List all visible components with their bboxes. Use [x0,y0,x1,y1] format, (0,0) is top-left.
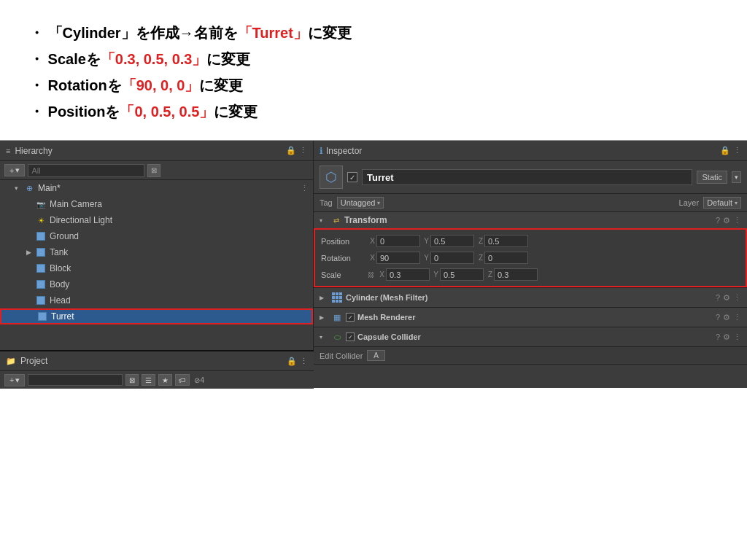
scale-x-label: X [377,271,384,279]
capsule-collider-settings-icon[interactable]: ⚙ [723,332,730,342]
project-tag-btn[interactable]: 🏷 [175,374,190,386]
mesh-renderer-arrow: ▶ [320,314,328,321]
project-lock-icon[interactable]: 🔒 [287,357,297,366]
mesh-renderer-checkbox[interactable]: ✓ [346,313,355,322]
static-dropdown-arrow[interactable]: ▾ [732,171,741,183]
edit-collider-button[interactable]: A [367,350,385,361]
hierarchy-search-clear-button[interactable]: ⊠ [147,164,160,177]
hierarchy-panel: ≡ Hierarchy 🔒 ⋮ + ▾ ⊠ [0,141,314,350]
position-x-input[interactable] [376,235,420,247]
mesh-renderer-name: Mesh Renderer [357,313,713,322]
edit-collider-label: Edit Collider [320,351,363,360]
project-header: 📁 Project 🔒 ⋮ [0,351,314,371]
inspector-tabs: ℹ Inspector [320,146,362,156]
transform-fields: Position X Y Z Rotation X [314,228,747,287]
position-xyz: X Y Z [368,235,740,247]
position-z-input[interactable] [484,235,528,247]
transform-header[interactable]: ▾ ⇄ Transform ? ⚙ ⋮ [314,212,747,228]
mesh-renderer-icon-box: ▦ [331,311,343,323]
scale-label: Scale [321,271,365,279]
down-arrow-icon: ▾ [15,376,20,385]
tree-item-head[interactable]: Head [0,292,313,308]
scale-y-input[interactable] [440,268,484,281]
mesh-renderer-help-icon[interactable]: ? [716,313,720,322]
capsule-collider-row[interactable]: ▾ ⬭ ✓ Capsule Collider ? ⚙ ⋮ [314,327,747,347]
hierarchy-title: Hierarchy [15,146,52,156]
mesh-renderer-row[interactable]: ▶ ▦ ✓ Mesh Renderer ? ⚙ ⋮ [314,308,747,327]
active-checkbox[interactable]: ✓ [347,172,357,182]
position-y-input[interactable] [430,235,474,247]
project-header-right: 🔒 ⋮ [287,357,308,366]
instruction-4: Positionを「0, 0.5, 0.5」に変更 [29,99,718,124]
transform-collapse-arrow: ▾ [320,217,328,224]
rotation-z-input[interactable] [484,252,528,264]
transform-settings-icon[interactable]: ⚙ [723,216,730,225]
capsule-collider-icon: ⬭ [334,332,341,342]
camera-icon: 📷 [35,198,47,210]
project-menu-icon[interactable]: ⋮ [300,357,308,366]
hierarchy-lock-icon[interactable]: 🔒 [286,146,296,155]
pos-z-label: Z [476,237,483,245]
hierarchy-search-input[interactable] [28,164,144,177]
project-star-btn[interactable]: ★ [158,374,172,386]
hierarchy-toolbar: + ▾ ⊠ [0,161,313,180]
inspector-menu-icon[interactable]: ⋮ [733,146,741,155]
plus-icon2: + [9,376,14,384]
tree-item-main-camera[interactable]: 📷 Main Camera [0,196,313,212]
main-object-icon: ⊕ [23,182,35,194]
rotation-xyz: X Y Z [368,252,740,264]
project-search-input[interactable] [28,374,123,386]
tag-value: Untagged [341,198,376,207]
mesh-renderer-settings-icon[interactable]: ⚙ [723,313,730,322]
tag-label: Tag [320,198,333,207]
tree-item-tank[interactable]: ▶ Tank [0,244,313,260]
block-cube-icon [35,262,47,274]
mesh-filter-settings-icon[interactable]: ⚙ [723,293,730,303]
inspector-name-row: ⬡ ✓ Static ▾ [314,161,747,194]
tree-item-block[interactable]: Block [0,260,313,276]
rotation-x-input[interactable] [376,252,420,264]
tree-item-directional-light[interactable]: ☀ Directional Light [0,212,313,228]
capsule-collider-help-icon[interactable]: ? [716,332,720,341]
scale-x-input[interactable] [386,268,430,281]
mesh-filter-menu-icon[interactable]: ⋮ [733,293,741,303]
mesh-filter-icon [331,292,343,303]
project-filter-btn[interactable]: ☰ [142,374,155,386]
scale-z-input[interactable] [494,268,538,281]
mesh-filter-arrow: ▶ [320,295,328,301]
mesh-filter-row[interactable]: ▶ Cylinder (Mesh Filter) ? ⚙ ⋮ [314,288,747,308]
tag-dropdown[interactable]: Untagged ▾ [337,197,384,209]
project-add-button[interactable]: + ▾ [4,374,25,386]
light-icon: ☀ [35,214,47,226]
mesh-renderer-menu-icon[interactable]: ⋮ [733,313,741,322]
layer-dropdown[interactable]: Default ▾ [703,197,741,209]
tree-item-main[interactable]: ▾ ⊕ Main* ⋮ [0,180,313,196]
tree-label-head: Head [50,295,71,306]
body-cube-icon [35,279,47,290]
object-name-field[interactable] [362,169,692,185]
tree-item-body[interactable]: Body [0,276,313,292]
capsule-collider-menu-icon[interactable]: ⋮ [733,332,741,342]
mesh-filter-help-icon[interactable]: ? [716,293,720,302]
scale-z-label: Z [485,271,492,279]
instructions-area: 「Cylinder」を作成→名前を「Turret」に変更 Scaleを「0.3,… [0,0,747,140]
transform-help-icon[interactable]: ? [716,216,720,225]
tree-item-turret[interactable]: Turret [0,308,313,324]
tree-item-menu-icon[interactable]: ⋮ [301,184,309,193]
layer-dropdown-arrow: ▾ [735,200,738,206]
hierarchy-add-button[interactable]: + ▾ [4,164,25,176]
hierarchy-menu-icon[interactable]: ⋮ [299,146,307,155]
tree-item-ground[interactable]: Ground [0,228,313,244]
pos-x-label: X [368,237,375,245]
capsule-collider-checkbox[interactable]: ✓ [346,332,355,341]
tree-label-directional-light: Directional Light [50,215,112,225]
scale-xyz: ⛓ X Y Z [368,268,740,281]
transform-menu-icon[interactable]: ⋮ [733,216,741,225]
rotation-y-input[interactable] [430,252,474,264]
static-button[interactable]: Static [697,171,727,184]
position-label: Position [321,237,365,246]
project-search-btn[interactable]: ⊠ [125,374,139,386]
folder-icon: 📁 [6,357,16,366]
inspector-lock-icon[interactable]: 🔒 [720,146,730,155]
tree-arrow-tank: ▶ [26,249,35,256]
